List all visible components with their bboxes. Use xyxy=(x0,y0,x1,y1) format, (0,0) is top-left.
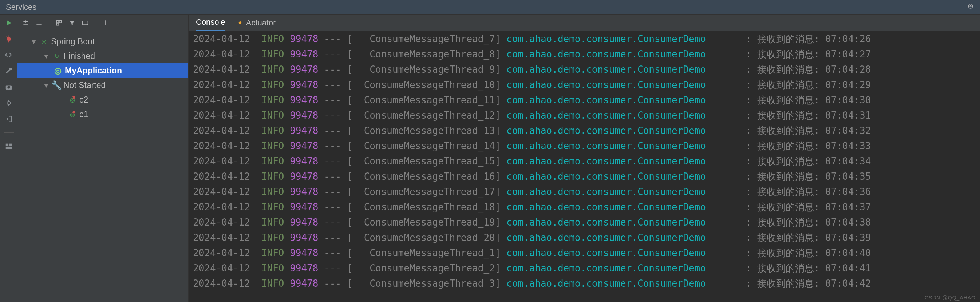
spring-icon: ◎ xyxy=(54,67,62,75)
tree-item-c2[interactable]: ◎✖ c2 xyxy=(18,92,188,107)
svg-point-4 xyxy=(7,86,10,88)
collapse-all-icon[interactable] xyxy=(33,17,45,29)
debug-icon[interactable] xyxy=(4,34,13,44)
spring-icon: ◎ xyxy=(40,38,48,46)
svg-rect-8 xyxy=(5,147,12,149)
svg-point-2 xyxy=(6,37,11,41)
spring-stopped-icon: ◎✖ xyxy=(68,110,76,118)
svg-point-0 xyxy=(968,4,973,8)
expand-all-icon[interactable] xyxy=(21,17,31,29)
tree-label: Spring Boot xyxy=(51,37,95,46)
settings-icon[interactable] xyxy=(967,3,974,12)
chevron-down-icon[interactable]: ▾ xyxy=(30,37,37,46)
tree-item-myapplication[interactable]: ◎ MyApplication xyxy=(18,63,188,78)
services-tree-panel: ▾ ◎ Spring Boot ▾ ↻ Finished ◎ MyApplica… xyxy=(18,14,189,302)
tree-group-finished[interactable]: ▾ ↻ Finished xyxy=(18,49,188,63)
panel-header: Services xyxy=(0,0,980,14)
main-pane: Console ✦ Actuator 2024-04-12 INFO 99478… xyxy=(189,14,980,302)
panel-title: Services xyxy=(6,3,37,12)
exit-icon[interactable] xyxy=(4,114,13,124)
svg-rect-11 xyxy=(56,23,59,25)
spring-stopped-icon: ◎✖ xyxy=(68,96,76,104)
tree-group-notstarted[interactable]: ▾ 🔧 Not Started xyxy=(18,78,188,92)
chevron-down-icon[interactable]: ▾ xyxy=(43,51,49,61)
restart-icon: ↻ xyxy=(52,52,60,60)
tree-toolbar xyxy=(18,14,188,31)
services-tree[interactable]: ▾ ◎ Spring Boot ▾ ↻ Finished ◎ MyApplica… xyxy=(18,31,188,122)
left-gutter xyxy=(0,14,18,302)
tree-label: Not Started xyxy=(64,80,106,90)
separator xyxy=(4,132,14,133)
tab-actuator[interactable]: ✦ Actuator xyxy=(237,14,276,31)
svg-rect-7 xyxy=(9,144,11,146)
tab-console[interactable]: Console xyxy=(196,14,225,31)
wrench-icon[interactable] xyxy=(4,66,13,76)
tab-label: Actuator xyxy=(246,18,276,28)
actuator-icon: ✦ xyxy=(237,19,243,27)
bug2-icon[interactable] xyxy=(4,98,13,108)
wrench-icon: 🔧 xyxy=(52,81,60,89)
camera-icon[interactable] xyxy=(4,82,13,92)
chevron-down-icon[interactable]: ▾ xyxy=(43,80,49,90)
tree-label: MyApplication xyxy=(65,66,122,76)
layout-icon[interactable] xyxy=(4,141,13,151)
link-icon[interactable] xyxy=(80,17,91,29)
tree-label: c1 xyxy=(80,110,88,119)
separator xyxy=(95,19,95,27)
add-icon[interactable] xyxy=(100,17,111,29)
console-output[interactable]: 2024-04-12 INFO 99478 --- [ ConsumeMessa… xyxy=(189,31,980,302)
svg-rect-9 xyxy=(56,21,59,22)
tree-root-springboot[interactable]: ▾ ◎ Spring Boot xyxy=(18,34,188,49)
run-icon[interactable] xyxy=(4,18,13,28)
config-icon[interactable] xyxy=(4,50,13,60)
filter-icon[interactable] xyxy=(67,17,78,29)
tab-label: Console xyxy=(196,17,225,27)
tree-label: Finished xyxy=(64,51,95,61)
tree-label: c2 xyxy=(80,95,88,105)
group-icon[interactable] xyxy=(54,17,64,29)
separator xyxy=(49,19,49,27)
tree-item-c1[interactable]: ◎✖ c1 xyxy=(18,107,188,122)
output-tabs: Console ✦ Actuator xyxy=(189,14,980,31)
svg-point-1 xyxy=(970,5,971,6)
svg-rect-10 xyxy=(59,21,62,22)
watermark: CSDN @QQ_AHAO xyxy=(925,295,976,300)
svg-rect-6 xyxy=(5,144,8,146)
svg-point-5 xyxy=(7,101,10,105)
